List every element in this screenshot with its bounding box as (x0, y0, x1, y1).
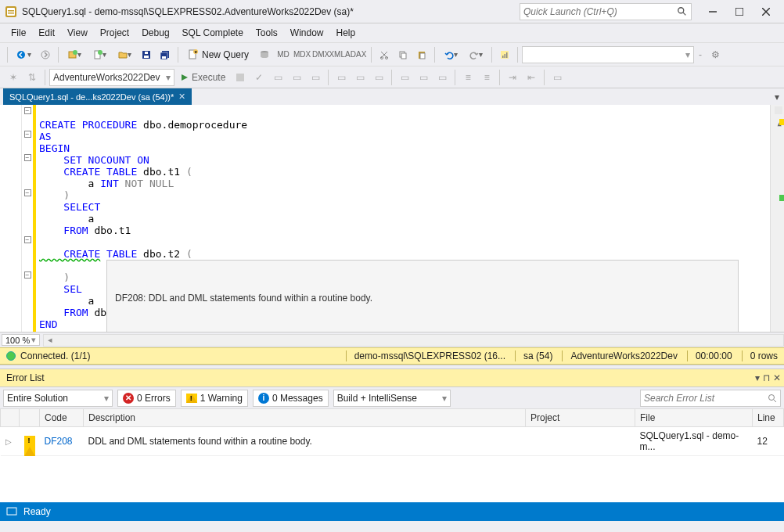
overview-ruler[interactable]: ▴ (770, 105, 784, 332)
col-project[interactable]: Project (526, 409, 635, 427)
menu-sqlcomplete[interactable]: SQL Complete (176, 25, 250, 41)
db-engine-query-icon[interactable] (256, 46, 273, 63)
activity-monitor-icon[interactable] (496, 46, 513, 63)
fold-box-icon[interactable]: − (24, 271, 31, 279)
menu-tools[interactable]: Tools (250, 25, 284, 41)
info-icon: i (258, 393, 269, 404)
warning-icon (24, 436, 35, 456)
mdx-query-button-2[interactable]: MDX (293, 46, 311, 63)
svg-point-4 (678, 7, 684, 13)
solution-config-dropdown[interactable]: ▾ (522, 46, 694, 63)
svg-point-26 (381, 56, 383, 59)
warnings-filter-button[interactable]: 1 Warning (181, 390, 248, 407)
new-item-button[interactable]: ▾ (88, 46, 111, 63)
panel-pin-icon[interactable]: ⊓ (763, 372, 770, 383)
new-query-button[interactable]: ★ New Query (182, 47, 254, 63)
errors-filter-button[interactable]: ✕ 0 Errors (117, 390, 176, 407)
svg-rect-31 (420, 53, 425, 59)
display-plan-icon[interactable]: ▭ (269, 69, 286, 86)
messages-filter-button[interactable]: i 0 Messages (253, 390, 329, 407)
parse-icon[interactable]: ✓ (250, 69, 268, 86)
include-plan-icon[interactable]: ▭ (333, 69, 350, 86)
mdx-query-button[interactable]: MD (275, 46, 292, 63)
error-list-search-input[interactable] (644, 393, 768, 404)
toolbar-overflow-icon[interactable]: ⚙ (707, 46, 724, 63)
save-all-button[interactable] (156, 46, 174, 63)
menu-view[interactable]: View (61, 25, 94, 41)
maximize-button[interactable] (726, 2, 753, 22)
indent-icon[interactable]: ⇥ (504, 69, 521, 86)
col-description[interactable]: Description (84, 409, 526, 427)
undo-button[interactable]: ▾ (439, 46, 462, 63)
intellisense-icon[interactable]: ▭ (307, 69, 324, 86)
menu-file[interactable]: File (5, 25, 32, 41)
results-grid-icon[interactable]: ▭ (396, 69, 413, 86)
paste-button[interactable] (413, 46, 430, 63)
redo-button[interactable]: ▾ (464, 46, 487, 63)
xmla-query-button[interactable]: XMLA (331, 46, 348, 63)
execute-button[interactable]: Execute (176, 70, 230, 84)
stop-icon[interactable] (232, 69, 249, 86)
col-line[interactable]: Line (753, 409, 784, 427)
panel-menu-icon[interactable]: ▾ (755, 372, 760, 383)
uncomment-icon[interactable]: ≡ (478, 69, 495, 86)
nav-back-button[interactable]: ▾ (12, 46, 35, 63)
include-live-icon[interactable]: ▭ (370, 69, 387, 86)
col-file[interactable]: File (635, 409, 753, 427)
connection-database: AdventureWorks2022Dev (562, 350, 678, 361)
include-stats-icon[interactable]: ▭ (351, 69, 369, 86)
tab-dropdown-icon[interactable]: ▾ (775, 92, 779, 102)
close-button[interactable] (753, 2, 779, 22)
sqlcmd-icon[interactable]: ▭ (548, 69, 566, 86)
svg-rect-34 (505, 54, 506, 58)
menu-debug[interactable]: Debug (135, 25, 175, 41)
dmx-query-button[interactable]: DMX (312, 46, 329, 63)
query-options-icon[interactable]: ▭ (288, 69, 305, 86)
fold-box-icon[interactable]: − (24, 107, 31, 114)
open-button[interactable]: ▾ (113, 46, 136, 63)
fold-box-icon[interactable]: − (24, 236, 31, 243)
save-button[interactable] (138, 46, 155, 63)
connection-elapsed: 00:00:00 (687, 350, 732, 361)
error-file: SQLQuery1.sql - demo-m... (635, 427, 753, 456)
comment-icon[interactable]: ≡ (459, 69, 477, 86)
cut-button[interactable] (376, 46, 393, 63)
expand-icon[interactable]: ▷ (5, 437, 12, 446)
svg-rect-33 (502, 56, 504, 58)
document-tab-active[interactable]: SQLQuery1.sql - de...ks2022Dev (sa (54))… (3, 88, 192, 105)
error-scope-dropdown[interactable]: Entire Solution▾ (3, 390, 113, 407)
toggle-button[interactable]: ✶ (5, 69, 22, 86)
zoom-dropdown[interactable]: 100 %▾ (2, 334, 40, 346)
quick-launch-input[interactable] (523, 6, 677, 17)
menu-project[interactable]: Project (94, 25, 135, 41)
fold-box-icon[interactable]: − (24, 189, 31, 196)
dax-query-button[interactable]: DAX (350, 46, 367, 63)
title-bar: SQLQuery1.sql - demo-mssql\SQLEXPRESS02.… (0, 0, 784, 23)
results-text-icon[interactable]: ▭ (415, 69, 432, 86)
horizontal-scrollbar[interactable]: ◂ (43, 334, 784, 347)
results-file-icon[interactable]: ▭ (433, 69, 451, 86)
fold-box-icon[interactable]: − (24, 131, 31, 138)
change-connection-icon[interactable]: ⇅ (23, 69, 41, 86)
menu-help[interactable]: Help (330, 25, 362, 41)
col-code[interactable]: Code (40, 409, 84, 427)
quick-launch-box[interactable] (520, 3, 692, 20)
error-code-link[interactable]: DF208 (45, 436, 73, 447)
document-tab-close-icon[interactable]: ✕ (178, 92, 185, 102)
new-project-button[interactable]: ▾ (63, 46, 86, 63)
panel-close-icon[interactable]: ✕ (773, 372, 781, 383)
nav-forward-button[interactable] (37, 46, 54, 63)
split-icon[interactable] (775, 106, 782, 114)
outdent-icon[interactable]: ⇤ (523, 69, 540, 86)
menu-edit[interactable]: Edit (32, 25, 61, 41)
fold-box-icon[interactable]: − (24, 154, 31, 161)
error-row[interactable]: ▷ DF208 DDL and DML statements found wit… (1, 427, 784, 456)
code-area[interactable]: CREATE PROCEDURE dbo.demoprocedure AS BE… (36, 105, 770, 332)
database-dropdown[interactable]: AdventureWorks2022Dev ▾ (49, 69, 174, 86)
menu-window[interactable]: Window (284, 25, 330, 41)
build-intellisense-dropdown[interactable]: Build + IntelliSense▾ (333, 390, 451, 407)
copy-button[interactable] (394, 46, 412, 63)
minimize-button[interactable] (699, 2, 726, 22)
error-list-search[interactable] (640, 390, 781, 407)
code-editor[interactable]: − − − − − − CREATE PROCEDURE dbo.demopro… (0, 105, 784, 332)
